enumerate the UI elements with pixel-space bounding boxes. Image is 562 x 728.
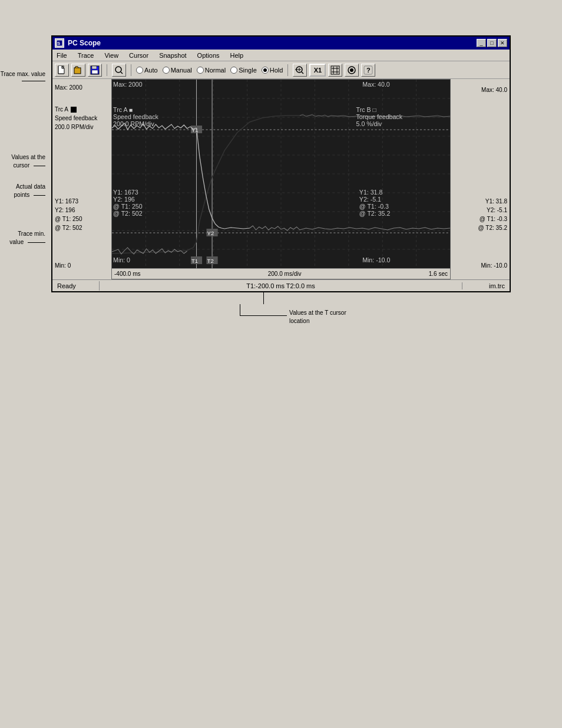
y1-right: Y1: 31.8 <box>478 197 507 206</box>
radio-manual-label: Manual <box>171 67 192 74</box>
menu-help[interactable]: Help <box>229 52 246 59</box>
svg-text:Y2: Y2 <box>207 230 214 236</box>
status-cursor: T1:-200.0 ms T2:0.0 ms <box>100 282 462 289</box>
trc-a-label-svg: Trc A ■ <box>113 107 133 113</box>
t1-value-right: @ T1: -0.3 <box>359 203 389 210</box>
menu-cursor[interactable]: Cursor <box>127 52 150 59</box>
left-max-label: Max: 2000 <box>55 81 109 93</box>
scope-canvas: Y1 Y2 T1 T2 <box>112 80 450 268</box>
menu-view[interactable]: View <box>103 52 120 59</box>
values-right: Y1: 31.8 Y2: -5.1 @ T1: -0.3 @ T2: 35.2 <box>478 197 507 232</box>
status-ready: Ready <box>52 281 100 291</box>
svg-rect-7 <box>92 70 98 74</box>
scope-svg: Y1 Y2 T1 T2 <box>112 80 450 268</box>
radio-hold-circle[interactable] <box>262 67 269 74</box>
svg-text:T2: T2 <box>207 258 214 264</box>
zoom-button[interactable] <box>293 64 307 77</box>
svg-text:?: ? <box>366 67 371 74</box>
svg-rect-18 <box>331 66 339 74</box>
restore-button[interactable]: □ <box>487 39 497 47</box>
toolbar-separator-3 <box>287 64 288 76</box>
app-icon: S <box>55 38 64 48</box>
trace-max-annotation: Trace max. value <box>0 71 45 84</box>
radio-hold[interactable]: Hold <box>262 67 283 74</box>
scope-min-right-text: Min: -10.0 <box>362 257 390 263</box>
scope-display: Y1 Y2 T1 T2 <box>111 79 451 279</box>
y2-right: Y2: -5.1 <box>478 206 507 215</box>
trc-a-scale-svg: 200.0 RPM/div <box>113 121 154 127</box>
svg-point-8 <box>115 67 121 73</box>
toolbar-separator-1 <box>107 64 107 76</box>
callout-text: Values at the T cursorlocation <box>289 309 346 325</box>
help-button[interactable]: ? <box>361 64 375 77</box>
radio-auto[interactable]: Auto <box>136 67 158 74</box>
t2-value-left: @ T2: 502 <box>113 210 143 217</box>
t2-value-right: @ T2: 35.2 <box>359 210 391 217</box>
scope-area: Max: 2000 Trc A Speed feedback 200.0 RPM… <box>52 79 510 279</box>
t2-right: @ T2: 35.2 <box>478 223 507 232</box>
callout: Values at the T cursorlocation <box>240 292 511 325</box>
radio-auto-label: Auto <box>144 67 158 74</box>
time-end: 1.6 sec <box>429 271 448 277</box>
title-bar-left: S PC Scope <box>55 38 101 48</box>
trace-min-annotation: Trace min.value <box>0 230 45 246</box>
menu-snapshot[interactable]: Snapshot <box>157 52 188 59</box>
y1-value-right: Y1: 31.8 <box>359 189 383 196</box>
page-wrapper: Trace max. value Values at thecursor Act… <box>0 0 562 728</box>
minimize-button[interactable]: _ <box>477 39 486 47</box>
radio-hold-label: Hold <box>270 67 283 74</box>
svg-line-11 <box>302 72 303 74</box>
trc-a-indicator <box>71 107 77 113</box>
radio-single[interactable]: Single <box>230 67 257 74</box>
scope-bottom-bar: -400.0 ms 200.0 ms/div 1.6 sec <box>112 268 450 279</box>
new-button[interactable] <box>55 64 69 77</box>
right-max-label: Max: 40.0 <box>453 81 507 93</box>
values-left: Y1: 1673 Y2: 196 @ T1: 250 @ T2: 502 <box>55 197 82 232</box>
window-controls: _ □ ✕ <box>477 39 507 47</box>
open-button[interactable] <box>71 64 85 77</box>
t2-left: @ T2: 502 <box>55 223 82 232</box>
close-button[interactable]: ✕ <box>498 39 507 47</box>
menu-options[interactable]: Options <box>196 52 222 59</box>
x1-button[interactable]: X1 <box>309 64 326 77</box>
y2-value-left: Y2: 196 <box>113 196 135 203</box>
radio-auto-circle[interactable] <box>136 67 143 74</box>
grid-button[interactable] <box>328 64 342 77</box>
svg-text:T1: T1 <box>191 258 198 264</box>
trc-a-channel-svg: Speed feedback <box>113 114 159 120</box>
menu-trace[interactable]: Trace <box>76 52 96 59</box>
y1-left: Y1: 1673 <box>55 197 82 206</box>
menu-bar: File Trace View Cursor Snapshot Options … <box>52 50 510 61</box>
toolbar-separator-2 <box>131 64 131 76</box>
t1-right: @ T1: -0.3 <box>478 215 507 223</box>
t1-left: @ T1: 250 <box>55 215 82 223</box>
radio-single-label: Single <box>239 67 257 74</box>
save-button[interactable] <box>88 64 102 77</box>
trc-a-channel: Speed feedback <box>55 114 109 123</box>
trc-a-label: Trc A <box>55 105 109 114</box>
radio-normal[interactable]: Normal <box>197 67 226 74</box>
trc-b-scale-svg: 5.0 %/div <box>356 121 383 127</box>
left-min-label: Min: 0 <box>55 262 71 269</box>
callout-area: Values at the T cursorlocation <box>51 292 511 325</box>
probe-button[interactable] <box>345 64 359 77</box>
radio-normal-circle[interactable] <box>197 67 204 74</box>
time-div: 200.0 ms/div <box>268 271 302 277</box>
radio-manual[interactable]: Manual <box>163 67 192 74</box>
status-file: im.trc <box>462 281 510 291</box>
trc-b-channel-svg: Torque feedback <box>356 114 403 120</box>
trigger-mode-group: Auto Manual Normal Single <box>136 67 283 74</box>
menu-file[interactable]: File <box>55 52 69 59</box>
y2-value-right: Y2: -5.1 <box>359 196 381 203</box>
radio-single-circle[interactable] <box>230 67 237 74</box>
svg-point-20 <box>350 68 353 72</box>
scope-min-left-text: Min: 0 <box>113 257 130 263</box>
y1-value-left: Y1: 1673 <box>113 189 138 196</box>
radio-manual-circle[interactable] <box>163 67 170 74</box>
left-panel: Max: 2000 Trc A Speed feedback 200.0 RPM… <box>52 79 111 279</box>
svg-rect-4 <box>74 68 81 74</box>
trc-a-scale: 200.0 RPM/div <box>55 123 109 131</box>
scope-max-right-text: Max: 40.0 <box>362 81 390 88</box>
search-button[interactable] <box>112 64 126 77</box>
values-cursor-annotation: Values at thecursor <box>0 153 45 170</box>
